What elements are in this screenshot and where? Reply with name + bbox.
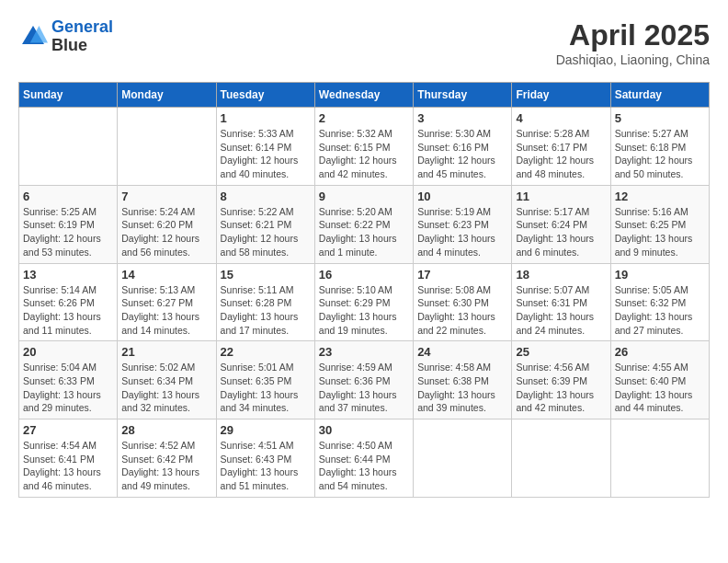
calendar-day-cell: 12Sunrise: 5:16 AMSunset: 6:25 PMDayligh…: [610, 185, 709, 263]
day-info: Sunrise: 5:10 AMSunset: 6:29 PMDaylight:…: [319, 283, 409, 338]
day-number: 17: [417, 268, 507, 282]
calendar-day-cell: [19, 108, 118, 186]
calendar-day-cell: 17Sunrise: 5:08 AMSunset: 6:30 PMDayligh…: [414, 263, 512, 341]
day-info: Sunrise: 4:54 AMSunset: 6:41 PMDaylight:…: [23, 439, 113, 493]
calendar-day-cell: 13Sunrise: 5:14 AMSunset: 6:26 PMDayligh…: [19, 263, 118, 341]
calendar-day-cell: 25Sunrise: 4:56 AMSunset: 6:39 PMDayligh…: [512, 341, 610, 419]
day-info: Sunrise: 5:28 AMSunset: 6:17 PMDaylight:…: [516, 127, 606, 181]
calendar-day-cell: 23Sunrise: 4:59 AMSunset: 6:36 PMDayligh…: [314, 341, 413, 419]
day-info: Sunrise: 5:16 AMSunset: 6:25 PMDaylight:…: [615, 205, 705, 259]
day-number: 19: [615, 268, 705, 282]
calendar-day-cell: 20Sunrise: 5:04 AMSunset: 6:33 PMDayligh…: [19, 341, 118, 419]
calendar-day-cell: 29Sunrise: 4:51 AMSunset: 6:43 PMDayligh…: [216, 419, 314, 498]
title-block: April 2025 Dashiqiao, Liaoning, China: [556, 18, 710, 67]
calendar-day-cell: 19Sunrise: 5:05 AMSunset: 6:32 PMDayligh…: [610, 263, 709, 341]
day-number: 18: [516, 268, 606, 282]
day-number: 16: [319, 268, 409, 282]
day-info: Sunrise: 4:59 AMSunset: 6:36 PMDaylight:…: [319, 361, 409, 415]
day-info: Sunrise: 4:55 AMSunset: 6:40 PMDaylight:…: [615, 361, 705, 415]
logo: General Blue: [18, 18, 113, 55]
calendar-day-cell: 5Sunrise: 5:27 AMSunset: 6:18 PMDaylight…: [610, 108, 709, 186]
day-number: 9: [319, 190, 409, 203]
calendar-day-cell: 26Sunrise: 4:55 AMSunset: 6:40 PMDayligh…: [610, 341, 709, 419]
day-number: 5: [615, 111, 705, 125]
day-of-week-header: Saturday: [610, 83, 709, 108]
calendar-day-cell: 18Sunrise: 5:07 AMSunset: 6:31 PMDayligh…: [512, 263, 610, 341]
day-number: 29: [221, 423, 311, 437]
day-number: 14: [121, 268, 211, 282]
day-info: Sunrise: 5:13 AMSunset: 6:27 PMDaylight:…: [121, 283, 211, 338]
day-number: 15: [221, 268, 311, 282]
day-number: 24: [417, 345, 507, 359]
logo-line2: Blue: [51, 36, 87, 54]
calendar-day-cell: [610, 419, 709, 498]
day-number: 20: [23, 345, 113, 359]
day-info: Sunrise: 5:04 AMSunset: 6:33 PMDaylight:…: [23, 361, 113, 415]
day-info: Sunrise: 5:01 AMSunset: 6:35 PMDaylight:…: [221, 361, 311, 415]
day-info: Sunrise: 5:05 AMSunset: 6:32 PMDaylight:…: [615, 283, 705, 338]
day-number: 3: [417, 111, 507, 125]
day-info: Sunrise: 5:24 AMSunset: 6:20 PMDaylight:…: [121, 205, 211, 259]
calendar-day-cell: 22Sunrise: 5:01 AMSunset: 6:35 PMDayligh…: [216, 341, 314, 419]
day-info: Sunrise: 4:56 AMSunset: 6:39 PMDaylight:…: [516, 361, 606, 415]
calendar-day-cell: 10Sunrise: 5:19 AMSunset: 6:23 PMDayligh…: [414, 185, 512, 263]
calendar-day-cell: 1Sunrise: 5:33 AMSunset: 6:14 PMDaylight…: [216, 108, 314, 186]
logo-icon: [18, 22, 48, 52]
calendar-day-cell: 15Sunrise: 5:11 AMSunset: 6:28 PMDayligh…: [216, 263, 314, 341]
calendar-day-cell: 14Sunrise: 5:13 AMSunset: 6:27 PMDayligh…: [118, 263, 216, 341]
calendar-table: SundayMondayTuesdayWednesdayThursdayFrid…: [18, 82, 710, 498]
calendar-day-cell: [414, 419, 512, 498]
day-info: Sunrise: 5:17 AMSunset: 6:24 PMDaylight:…: [516, 205, 606, 259]
day-number: 1: [221, 111, 311, 125]
day-number: 6: [23, 190, 113, 203]
day-number: 13: [23, 268, 113, 282]
day-info: Sunrise: 5:19 AMSunset: 6:23 PMDaylight:…: [417, 205, 507, 259]
day-info: Sunrise: 4:51 AMSunset: 6:43 PMDaylight:…: [221, 439, 311, 493]
calendar-day-cell: 11Sunrise: 5:17 AMSunset: 6:24 PMDayligh…: [512, 185, 610, 263]
day-number: 22: [221, 345, 311, 359]
day-number: 8: [221, 190, 311, 203]
calendar-week-row: 20Sunrise: 5:04 AMSunset: 6:33 PMDayligh…: [19, 341, 710, 419]
day-info: Sunrise: 5:27 AMSunset: 6:18 PMDaylight:…: [615, 127, 705, 181]
day-number: 2: [319, 111, 409, 125]
day-number: 11: [516, 190, 606, 203]
day-of-week-header: Thursday: [414, 83, 512, 108]
day-info: Sunrise: 4:52 AMSunset: 6:42 PMDaylight:…: [121, 439, 211, 493]
subtitle: Dashiqiao, Liaoning, China: [556, 52, 710, 67]
day-of-week-header: Sunday: [19, 83, 118, 108]
calendar-body: 1Sunrise: 5:33 AMSunset: 6:14 PMDaylight…: [19, 108, 710, 498]
logo-text: General Blue: [51, 18, 113, 55]
page-header: General Blue April 2025 Dashiqiao, Liaon…: [18, 18, 710, 67]
day-info: Sunrise: 5:25 AMSunset: 6:19 PMDaylight:…: [23, 205, 113, 259]
calendar-day-cell: 6Sunrise: 5:25 AMSunset: 6:19 PMDaylight…: [19, 185, 118, 263]
calendar-day-cell: 28Sunrise: 4:52 AMSunset: 6:42 PMDayligh…: [118, 419, 216, 498]
day-of-week-header: Friday: [512, 83, 610, 108]
day-number: 26: [615, 345, 705, 359]
day-number: 30: [319, 423, 409, 437]
calendar-week-row: 1Sunrise: 5:33 AMSunset: 6:14 PMDaylight…: [19, 108, 710, 186]
calendar-day-cell: 30Sunrise: 4:50 AMSunset: 6:44 PMDayligh…: [314, 419, 413, 498]
calendar-week-row: 27Sunrise: 4:54 AMSunset: 6:41 PMDayligh…: [19, 419, 710, 498]
logo-line1: General: [51, 17, 113, 36]
day-number: 21: [121, 345, 211, 359]
calendar-day-cell: 27Sunrise: 4:54 AMSunset: 6:41 PMDayligh…: [19, 419, 118, 498]
day-number: 7: [121, 190, 211, 203]
day-info: Sunrise: 5:14 AMSunset: 6:26 PMDaylight:…: [23, 283, 113, 338]
day-info: Sunrise: 5:11 AMSunset: 6:28 PMDaylight:…: [221, 283, 311, 338]
day-info: Sunrise: 5:32 AMSunset: 6:15 PMDaylight:…: [319, 127, 409, 181]
calendar-day-cell: 4Sunrise: 5:28 AMSunset: 6:17 PMDaylight…: [512, 108, 610, 186]
day-number: 10: [417, 190, 507, 203]
day-of-week-header: Monday: [118, 83, 216, 108]
day-info: Sunrise: 5:20 AMSunset: 6:22 PMDaylight:…: [319, 205, 409, 259]
calendar-header: SundayMondayTuesdayWednesdayThursdayFrid…: [19, 83, 710, 108]
day-number: 28: [121, 423, 211, 437]
main-title: April 2025: [556, 18, 710, 52]
day-info: Sunrise: 5:30 AMSunset: 6:16 PMDaylight:…: [417, 127, 507, 181]
day-info: Sunrise: 5:08 AMSunset: 6:30 PMDaylight:…: [417, 283, 507, 338]
day-number: 4: [516, 111, 606, 125]
calendar-day-cell: 2Sunrise: 5:32 AMSunset: 6:15 PMDaylight…: [314, 108, 413, 186]
day-info: Sunrise: 5:22 AMSunset: 6:21 PMDaylight:…: [221, 205, 311, 259]
calendar-day-cell: 3Sunrise: 5:30 AMSunset: 6:16 PMDaylight…: [414, 108, 512, 186]
day-number: 27: [23, 423, 113, 437]
calendar-day-cell: [512, 419, 610, 498]
